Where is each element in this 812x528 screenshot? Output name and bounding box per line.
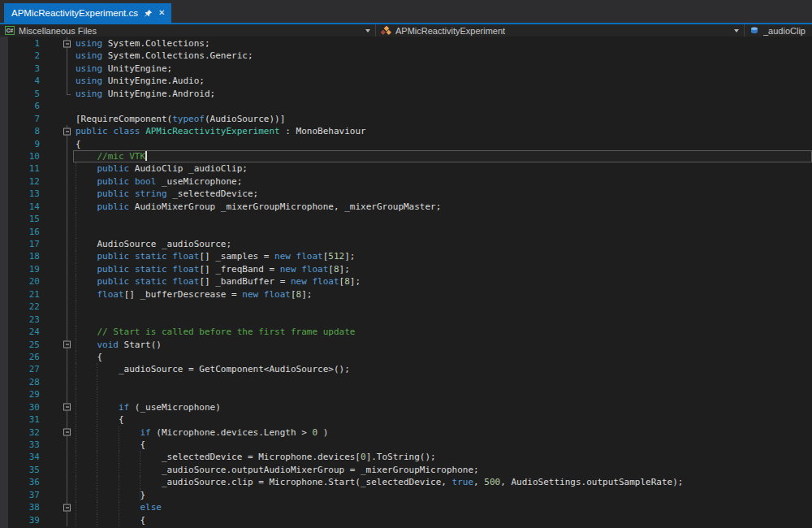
line-number[interactable]: 29	[8, 388, 45, 400]
line-number[interactable]: 11	[8, 162, 45, 175]
code-line-text[interactable]: {	[73, 439, 812, 451]
fold-toggle[interactable]	[63, 504, 71, 511]
code-line-text[interactable]: _selectedDevice = Microphone.devices[0].…	[73, 451, 812, 463]
line-number[interactable]: 30	[8, 401, 45, 413]
code-line-text[interactable]: _audioSource.clip = Microphone.Start(_se…	[73, 476, 812, 488]
line-number[interactable]: 12	[8, 175, 45, 188]
code-row[interactable]: 32 if (Microphone.devices.Length > 0 )	[0, 426, 812, 439]
code-row[interactable]: 5using UnityEngine.Android;	[0, 88, 812, 100]
line-number[interactable]: 31	[8, 413, 45, 426]
code-line-text[interactable]: if (_useMicrophone)	[73, 401, 812, 413]
code-row[interactable]: 3using UnityEngine;	[0, 63, 812, 75]
code-line-text[interactable]: public AudioMixerGroup _mixerGroupMicrop…	[73, 201, 812, 213]
line-number[interactable]: 10	[8, 150, 45, 162]
code-line-text[interactable]: _audioSource.outputAudioMixerGroup = _mi…	[73, 464, 812, 476]
code-row[interactable]: 7[RequireComponent(typeof(AudioSource))]	[0, 113, 812, 125]
line-number[interactable]: 19	[8, 263, 45, 275]
code-line-text[interactable]	[73, 226, 812, 238]
code-line-text[interactable]: if (Microphone.devices.Length > 0 )	[73, 426, 812, 439]
close-icon[interactable]: ✕	[158, 9, 165, 17]
code-row[interactable]: 27 _audioSource = GetComponent<AudioSour…	[0, 363, 812, 375]
code-line-text[interactable]: float[] _bufferDescrease = new float[8];	[73, 288, 812, 301]
line-number[interactable]: 15	[8, 213, 45, 225]
line-number[interactable]: 7	[8, 113, 45, 125]
code-row[interactable]: 10 //mic VTK	[0, 150, 812, 162]
line-number[interactable]: 28	[8, 376, 45, 388]
tab-active-document[interactable]: APMicReactivityExperiment.cs ✕	[4, 3, 171, 23]
code-line-text[interactable]: {	[73, 138, 812, 150]
code-line-text[interactable]: public string _selectedDevice;	[73, 188, 812, 200]
line-number[interactable]: 3	[8, 63, 45, 75]
line-number[interactable]: 22	[8, 301, 45, 313]
code-line-text[interactable]: else	[73, 501, 812, 513]
code-line-text[interactable]	[73, 388, 812, 400]
code-row[interactable]: 25 void Start()	[0, 339, 812, 351]
line-number[interactable]: 32	[8, 426, 45, 439]
code-line-text[interactable]: AudioSource _audioSource;	[73, 238, 812, 250]
code-row[interactable]: 37 }	[0, 489, 812, 501]
code-row[interactable]: 39 {	[0, 514, 812, 526]
code-row[interactable]: 28	[0, 376, 812, 388]
code-row[interactable]: 36 _audioSource.clip = Microphone.Start(…	[0, 476, 812, 488]
code-row[interactable]: 4using UnityEngine.Audio;	[0, 75, 812, 87]
code-row[interactable]: 29	[0, 388, 812, 400]
code-row[interactable]: 18 public static float[] _samples = new …	[0, 250, 812, 262]
fold-toggle[interactable]	[63, 404, 71, 411]
code-line-text[interactable]: // Start is called before the first fram…	[73, 326, 812, 338]
code-line-text[interactable]	[73, 213, 812, 225]
code-line-text[interactable]: using UnityEngine.Android;	[73, 88, 812, 100]
line-number[interactable]: 24	[8, 326, 45, 338]
line-number[interactable]: 33	[8, 439, 45, 451]
line-number[interactable]: 13	[8, 188, 45, 200]
code-row[interactable]: 31 {	[0, 413, 812, 426]
member-dropdown[interactable]: _audioClip	[744, 24, 812, 37]
code-row[interactable]: 19 public static float[] _freqBand = new…	[0, 263, 812, 275]
code-row[interactable]: 1using System.Collections;	[0, 37, 812, 50]
fold-toggle[interactable]	[63, 341, 71, 348]
line-number[interactable]: 20	[8, 275, 45, 288]
code-row[interactable]: 14 public AudioMixerGroup _mixerGroupMic…	[0, 201, 812, 213]
line-number[interactable]: 35	[8, 464, 45, 476]
code-line-text[interactable]	[73, 376, 812, 388]
line-number[interactable]: 16	[8, 226, 45, 238]
line-number[interactable]: 17	[8, 238, 45, 250]
line-number[interactable]: 8	[8, 125, 45, 137]
code-line-text[interactable]: {	[73, 514, 812, 526]
line-number[interactable]: 18	[8, 250, 45, 262]
code-row[interactable]: 23	[0, 314, 812, 326]
line-number[interactable]: 2	[8, 50, 45, 62]
code-row[interactable]: 34 _selectedDevice = Microphone.devices[…	[0, 451, 812, 463]
code-row[interactable]: 13 public string _selectedDevice;	[0, 188, 812, 200]
code-line-text[interactable]	[73, 100, 812, 112]
code-line-text[interactable]: using System.Collections;	[73, 37, 812, 50]
line-number[interactable]: 37	[8, 489, 45, 501]
code-line-text[interactable]: }	[73, 489, 812, 501]
code-line-text[interactable]: using System.Collections.Generic;	[73, 50, 812, 62]
code-row[interactable]: 6	[0, 100, 812, 112]
fold-toggle[interactable]	[63, 429, 71, 436]
line-number[interactable]: 6	[8, 100, 45, 112]
code-row[interactable]: 26 {	[0, 351, 812, 363]
code-row[interactable]: 2using System.Collections.Generic;	[0, 50, 812, 62]
code-line-text[interactable]: public static float[] _samples = new flo…	[73, 250, 812, 262]
line-number[interactable]: 39	[8, 514, 45, 526]
code-row[interactable]: 8public class APMicReactivityExperiment …	[0, 125, 812, 137]
code-row[interactable]: 24 // Start is called before the first f…	[0, 326, 812, 338]
line-number[interactable]: 14	[8, 201, 45, 213]
code-line-text[interactable]: using UnityEngine.Audio;	[73, 75, 812, 87]
code-line-text[interactable]: //mic VTK	[73, 150, 812, 162]
code-line-text[interactable]: {	[73, 413, 812, 426]
project-dropdown[interactable]: C# Miscellaneous Files	[0, 24, 375, 37]
line-number[interactable]: 4	[8, 75, 45, 87]
code-row[interactable]: 35 _audioSource.outputAudioMixerGroup = …	[0, 464, 812, 476]
code-row[interactable]: 11 public AudioClip _audioClip;	[0, 162, 812, 175]
code-row[interactable]: 15	[0, 213, 812, 225]
code-line-text[interactable]: void Start()	[73, 339, 812, 351]
fold-toggle[interactable]	[63, 128, 71, 135]
code-line-text[interactable]: [RequireComponent(typeof(AudioSource))]	[73, 113, 812, 125]
code-line-text[interactable]: {	[73, 351, 812, 363]
code-row[interactable]: 33 {	[0, 439, 812, 451]
line-number[interactable]: 27	[8, 363, 45, 375]
fold-toggle[interactable]	[63, 40, 71, 47]
code-row[interactable]: 22	[0, 301, 812, 313]
